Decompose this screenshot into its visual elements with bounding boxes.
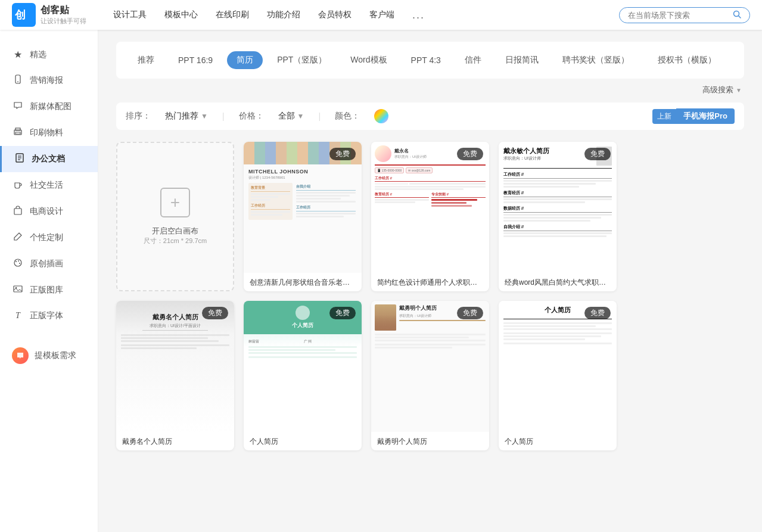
- palette-icon: [12, 258, 24, 270]
- search-icon[interactable]: [733, 10, 741, 20]
- blank-canvas-label: 开启空白画布: [152, 226, 198, 237]
- sort-select[interactable]: 热门推荐 ▼: [165, 111, 208, 122]
- sidebar-label-newmedia: 新媒体配图: [30, 101, 71, 112]
- plus-icon: +: [160, 188, 190, 217]
- nav-membership[interactable]: 会员特权: [318, 10, 352, 20]
- nav-client[interactable]: 客户端: [369, 10, 394, 20]
- sidebar-label-marketing: 营销海报: [30, 75, 63, 86]
- sidebar-label-print: 印刷物料: [30, 127, 63, 138]
- tab-recommended[interactable]: 推荐: [128, 51, 164, 69]
- search-box[interactable]: [619, 7, 750, 23]
- tab-word[interactable]: Word模板: [341, 51, 396, 69]
- template-name-t1: 创意清新几何形状组合音乐老师简历...: [244, 273, 362, 291]
- color-picker-button[interactable]: [374, 109, 388, 123]
- top-navigation: 创 创客贴 让设计触手可得 设计工具 模板中心 在线印刷 功能介绍 会员特权 客…: [0, 0, 762, 30]
- sidebar-item-newmedia[interactable]: 新媒体配图: [0, 94, 98, 120]
- sidebar-label-social: 社交生活: [30, 180, 63, 191]
- tab-ppt43[interactable]: PPT 4:3: [402, 52, 450, 69]
- price-label: 价格：: [239, 111, 264, 122]
- sidebar-item-office[interactable]: 办公文档: [0, 146, 98, 172]
- color-label: 颜色：: [335, 111, 360, 122]
- logo[interactable]: 创 创客贴 让设计触手可得: [12, 3, 95, 27]
- nav-design-tools[interactable]: 设计工具: [113, 10, 147, 20]
- free-badge-b3: 免费: [457, 307, 483, 319]
- free-badge-t2: 免费: [457, 148, 483, 160]
- svg-text:创: 创: [14, 9, 26, 21]
- sidebar-item-fonts[interactable]: T 正版字体: [0, 303, 98, 328]
- blank-canvas-size: 尺寸：21cm * 29.7cm: [144, 237, 207, 245]
- nav-more-button[interactable]: ...: [412, 9, 425, 21]
- template-card-t3[interactable]: 戴永敏个人简历 求职意向：UI设计师 工作经历 // 教育: [499, 142, 617, 291]
- tab-resume[interactable]: 简历: [227, 51, 263, 69]
- sidebar-label-fonts: 正版字体: [30, 310, 63, 321]
- template-card-b3[interactable]: 戴勇明个人简历 求职意向：UI设计师 免费 戴勇明个人简历: [371, 301, 489, 450]
- template-card-b2[interactable]: 个人简历 林留留 广 州: [244, 301, 362, 450]
- tab-letter[interactable]: 信件: [455, 51, 491, 69]
- tab-certificate[interactable]: 聘书奖状（竖版）: [553, 51, 639, 69]
- template-name-b4: 个人简历: [499, 432, 617, 450]
- template-thumb-b2: 个人简历 林留留 广 州: [244, 301, 362, 432]
- filter-bar: 排序： 热门推荐 ▼ | 价格： 全部 ▼ | 颜色： 上新 手机海报Pro: [116, 102, 744, 130]
- advanced-row: 高级搜索 ▼: [116, 85, 744, 95]
- tab-pptvert[interactable]: PPT（竖版）: [268, 51, 336, 69]
- sidebar-label-photos: 正版图库: [30, 285, 63, 295]
- feedback-label: 提模板需求: [35, 350, 76, 361]
- font-icon: T: [12, 311, 24, 321]
- templates-grid: + 开启空白画布 尺寸：21cm * 29.7cm MITCHELL JOHNS…: [116, 142, 744, 450]
- nav-online-print[interactable]: 在线印刷: [216, 10, 249, 20]
- promo-badge[interactable]: 上新 手机海报Pro: [652, 108, 735, 124]
- nav-template-center[interactable]: 模板中心: [164, 10, 198, 20]
- bag-icon: [12, 206, 24, 217]
- svg-rect-8: [15, 132, 20, 134]
- price-chevron-icon: ▼: [297, 112, 304, 120]
- sidebar-label-featured: 精选: [30, 49, 46, 60]
- sidebar-feedback[interactable]: 提模板需求: [0, 340, 98, 371]
- price-select[interactable]: 全部 ▼: [278, 111, 304, 122]
- nav-features[interactable]: 功能介绍: [267, 10, 300, 20]
- template-card-b4[interactable]: 个人简历 免费 个人简历: [499, 301, 617, 450]
- sidebar-item-social[interactable]: 社交生活: [0, 172, 98, 198]
- tab-ppt169[interactable]: PPT 16:9: [169, 52, 222, 69]
- sidebar-item-featured[interactable]: ★ 精选: [0, 42, 98, 67]
- page-layout: ★ 精选 营销海报 新媒体配图 印刷物料 办公文档: [0, 30, 762, 462]
- template-name-b3: 戴勇明个人简历: [371, 432, 489, 450]
- nav-links: 设计工具 模板中心 在线印刷 功能介绍 会员特权 客户端 ...: [113, 9, 619, 21]
- sidebar-item-custom[interactable]: 个性定制: [0, 225, 98, 251]
- template-card-b1[interactable]: 戴勇名个人简历 求职意向：UI设计/平面设计 免费 戴勇名个人简历: [116, 301, 234, 450]
- template-name-t2: 简约红色设计师通用个人求职简历模板: [371, 273, 489, 291]
- search-input[interactable]: [628, 11, 733, 20]
- blank-canvas-card[interactable]: + 开启空白画布 尺寸：21cm * 29.7cm: [116, 142, 234, 291]
- filter-divider-2: |: [318, 111, 321, 121]
- sidebar-item-photos[interactable]: 正版图库: [0, 277, 98, 303]
- sidebar-item-ecommerce[interactable]: 电商设计: [0, 198, 98, 225]
- star-icon: ★: [12, 49, 24, 60]
- free-badge-t1: 免费: [329, 148, 356, 160]
- svg-rect-13: [14, 209, 21, 214]
- sidebar-label-illustration: 原创插画: [30, 259, 63, 269]
- template-thumb-t3: 戴永敏个人简历 求职意向：UI设计师 工作经历 // 教育: [499, 142, 617, 273]
- svg-point-16: [18, 260, 19, 262]
- image-icon: [12, 284, 24, 296]
- tab-authorization[interactable]: 授权书（横版）: [648, 51, 726, 69]
- phone-icon: [12, 74, 24, 86]
- sort-label: 排序：: [126, 111, 151, 122]
- template-thumb-b1: 戴勇名个人简历 求职意向：UI设计/平面设计: [116, 301, 234, 432]
- advanced-search-button[interactable]: 高级搜索 ▼: [702, 85, 742, 95]
- coffee-icon: [12, 179, 24, 191]
- print-icon: [12, 127, 24, 139]
- sidebar-item-illustration[interactable]: 原创插画: [0, 251, 98, 277]
- filter-divider-1: |: [222, 111, 225, 121]
- template-card-t1[interactable]: MITCHELL JOHNSON 设计师 | 1234-5678901 教育背景…: [244, 142, 362, 291]
- template-thumb-t2: 戴永名 求职意向：UI设计师 📱 135-0000-0000 ✉ xxx@126…: [371, 142, 489, 273]
- svg-point-17: [19, 263, 20, 264]
- sidebar-item-marketing[interactable]: 营销海报: [0, 67, 98, 94]
- sort-value: 热门推荐: [165, 111, 198, 122]
- sidebar-label-custom: 个性定制: [30, 232, 63, 243]
- sidebar: ★ 精选 营销海报 新媒体配图 印刷物料 办公文档: [0, 30, 98, 462]
- template-card-t2[interactable]: 戴永名 求职意向：UI设计师 📱 135-0000-0000 ✉ xxx@126…: [371, 142, 489, 291]
- chevron-down-icon: ▼: [736, 87, 742, 94]
- logo-sub-text: 让设计触手可得: [41, 17, 86, 26]
- sidebar-item-print[interactable]: 印刷物料: [0, 120, 98, 146]
- tab-daily[interactable]: 日报简讯: [496, 51, 548, 69]
- free-badge-b2: 免费: [329, 307, 356, 319]
